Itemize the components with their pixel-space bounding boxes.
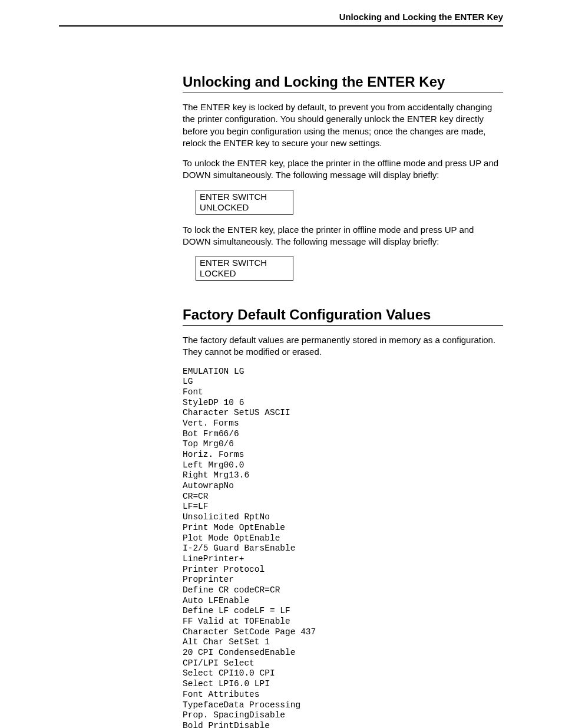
running-head: Unlocking and Locking the ENTER Key xyxy=(59,12,503,24)
section-unlock-lock: Unlocking and Locking the ENTER Key The … xyxy=(183,74,503,290)
display-box-locked: ENTER SWITCH LOCKED xyxy=(196,256,293,281)
default-values-listing: EMULATION LG LG Font StyleDP 10 6 Charac… xyxy=(183,367,503,729)
section1-title: Unlocking and Locking the ENTER Key xyxy=(183,74,503,90)
section2-rule xyxy=(183,325,503,326)
display-line: ENTER SWITCH xyxy=(200,258,288,268)
display-line: LOCKED xyxy=(200,268,288,279)
page: Unlocking and Locking the ENTER Key Unlo… xyxy=(0,0,562,728)
section2-title: Factory Default Configuration Values xyxy=(183,307,503,323)
spacer xyxy=(59,27,503,74)
section-factory-defaults: Factory Default Configuration Values The… xyxy=(183,307,503,728)
spacer xyxy=(59,290,503,307)
display-box-unlocked: ENTER SWITCH UNLOCKED xyxy=(196,190,293,215)
section1-para3: To lock the ENTER key, place the printer… xyxy=(183,224,503,248)
display-line: ENTER SWITCH xyxy=(200,192,288,202)
display-line: UNLOCKED xyxy=(200,202,288,213)
section2-para1: The factory default values are permanent… xyxy=(183,334,503,358)
section1-rule xyxy=(183,93,503,93)
section1-para1: The ENTER key is locked by default, to p… xyxy=(183,101,503,149)
section1-para2: To unlock the ENTER key, place the print… xyxy=(183,157,503,182)
